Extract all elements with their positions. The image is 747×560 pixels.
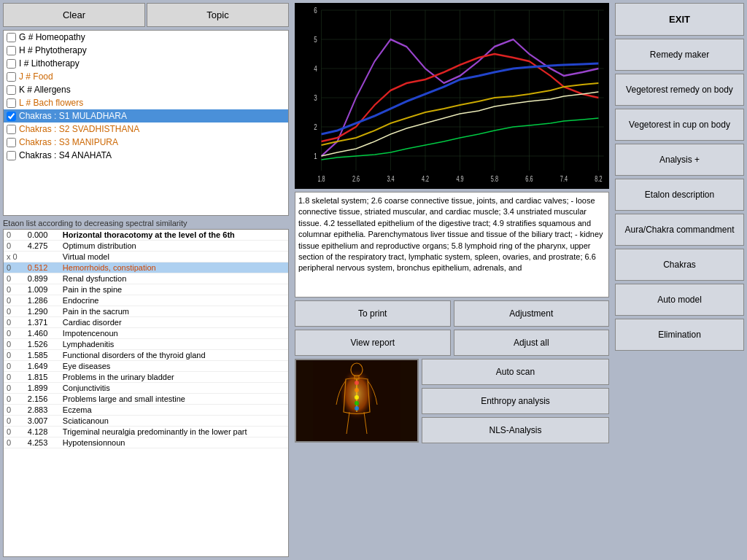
svg-text:1: 1 (314, 152, 317, 161)
svg-point-36 (355, 381, 359, 385)
table-row[interactable]: 01.371Cardiac disorder (4, 317, 288, 328)
clear-button[interactable]: Clear (3, 3, 145, 27)
topic-item[interactable]: G # Homeopathy (4, 31, 288, 44)
to-print-button[interactable]: To print (295, 300, 451, 327)
etalon-table: 00.000Horizontal thoracotomy at the leve… (4, 230, 288, 448)
table-row[interactable]: 04.275Optimum distribution (4, 241, 288, 252)
text-info: 1.8 skeletal system; 2.6 coarse connecti… (295, 192, 609, 298)
topic-item[interactable]: Chakras : S2 SVADHISTHANA (4, 122, 288, 136)
topic-item[interactable]: Chakras : S1 MULADHARA (4, 109, 288, 122)
right-panel: EXIT Remedy maker Vegetorest remedy on b… (612, 0, 747, 560)
svg-text:2: 2 (314, 122, 317, 132)
remedy-maker-button[interactable]: Remedy maker (615, 39, 744, 71)
table-row[interactable]: 01.526Lymphadenitis (4, 339, 288, 350)
body-silhouette-svg (313, 361, 400, 441)
topic-item[interactable]: K # Allergens (4, 83, 288, 96)
topic-item[interactable]: L # Bach flowers (4, 96, 288, 109)
body-image (295, 359, 419, 443)
left-panel: Clear Topic G # HomeopathyH # Phytothera… (0, 0, 292, 560)
table-row[interactable]: 00.899Renal dysfunction (4, 273, 288, 284)
svg-point-37 (355, 388, 359, 392)
etalon-description-button[interactable]: Etalon description (615, 179, 744, 211)
etalon-table-container: 00.000Horizontal thoracotomy at the leve… (3, 229, 289, 557)
svg-point-39 (355, 401, 359, 405)
vegetorest-cup-button[interactable]: Vegetorest in cup on body (615, 109, 744, 141)
enthropy-analysis-button[interactable]: Enthropy analysis (422, 388, 609, 414)
table-row[interactable]: 01.286Endocrine (4, 295, 288, 306)
table-row[interactable]: 01.290Pain in the sacrum (4, 306, 288, 317)
table-row[interactable]: 01.585Functional disorders of the thyroi… (4, 350, 288, 361)
svg-text:5.8: 5.8 (491, 175, 498, 183)
svg-text:1.8: 1.8 (317, 175, 325, 183)
table-row[interactable]: 01.649Eye diseases (4, 361, 288, 372)
table-row[interactable]: 01.009Pain in the spine (4, 284, 288, 295)
adjustment-button[interactable]: Adjustment (454, 300, 610, 327)
svg-text:4.2: 4.2 (422, 175, 429, 183)
svg-text:8.2: 8.2 (595, 175, 602, 183)
table-row[interactable]: 01.899Conjunctivitis (4, 383, 288, 394)
table-row[interactable]: 00.512Hemorrhoids, constipation (4, 262, 288, 273)
table-row[interactable]: 03.007Sciaticanoun (4, 416, 288, 427)
vegetorest-body-button[interactable]: Vegetorest remedy on body (615, 74, 744, 106)
middle-panel: 6 5 4 3 2 1 1.8 2.6 3.4 4.2 4.9 5.8 6.6 … (292, 0, 612, 560)
svg-rect-0 (295, 3, 609, 189)
elimination-button[interactable]: Elimination (615, 319, 744, 351)
table-row[interactable]: 04.253Hypotensionnoun (4, 438, 288, 448)
exit-button[interactable]: EXIT (615, 3, 744, 36)
svg-text:4: 4 (314, 64, 317, 74)
svg-text:6.6: 6.6 (525, 175, 533, 183)
etalon-header-label: Etaon list according to decreasing spect… (3, 219, 289, 228)
chart-area: 6 5 4 3 2 1 1.8 2.6 3.4 4.2 4.9 5.8 6.6 … (295, 3, 609, 189)
table-row[interactable]: 02.156Problems large and small intestine (4, 394, 288, 405)
svg-text:4.9: 4.9 (456, 175, 463, 183)
table-row[interactable]: 04.128Trigeminal neuralgia predominantly… (4, 427, 288, 438)
analysis-plus-button[interactable]: Analysis + (615, 144, 744, 176)
top-button-row: Clear Topic (3, 3, 289, 27)
topic-item[interactable]: H # Phytotherapy (4, 44, 288, 57)
svg-text:7.4: 7.4 (560, 175, 568, 183)
table-row[interactable]: x 0Virtual model (4, 252, 288, 262)
svg-text:3: 3 (314, 93, 317, 103)
table-row[interactable]: 00.000Horizontal thoracotomy at the leve… (4, 230, 288, 241)
topic-list: G # HomeopathyH # PhytotherapyI # Lithot… (3, 30, 289, 216)
svg-text:5: 5 (314, 35, 317, 44)
aura-chakra-button[interactable]: Aura/Chakra commandment (615, 214, 744, 246)
svg-text:6: 6 (314, 6, 317, 15)
view-report-button[interactable]: View report (295, 330, 451, 356)
topic-item[interactable]: I # Lithotherapy (4, 57, 288, 70)
auto-scan-button[interactable]: Auto scan (422, 359, 609, 385)
svg-point-38 (355, 395, 359, 400)
table-row[interactable]: 01.460Impotencenoun (4, 328, 288, 339)
auto-model-button[interactable]: Auto model (615, 284, 744, 316)
svg-text:3.4: 3.4 (387, 175, 394, 183)
table-row[interactable]: 02.883Eczema (4, 405, 288, 416)
svg-text:2.6: 2.6 (352, 175, 360, 183)
adjust-all-button[interactable]: Adjust all (454, 330, 610, 356)
topic-item[interactable]: Chakras : S4 ANAHATA (4, 149, 288, 162)
topic-item[interactable]: J # Food (4, 70, 288, 83)
table-row[interactable]: 01.815Problems in the urinary bladder (4, 372, 288, 383)
chart-svg: 6 5 4 3 2 1 1.8 2.6 3.4 4.2 4.9 5.8 6.6 … (295, 3, 609, 189)
chakras-button[interactable]: Chakras (615, 249, 744, 281)
svg-point-40 (355, 406, 359, 411)
nls-analysis-button[interactable]: NLS-Analysis (422, 417, 609, 443)
topic-item[interactable]: Chakras : S3 MANIPURA (4, 136, 288, 149)
topic-button[interactable]: Topic (147, 3, 289, 27)
